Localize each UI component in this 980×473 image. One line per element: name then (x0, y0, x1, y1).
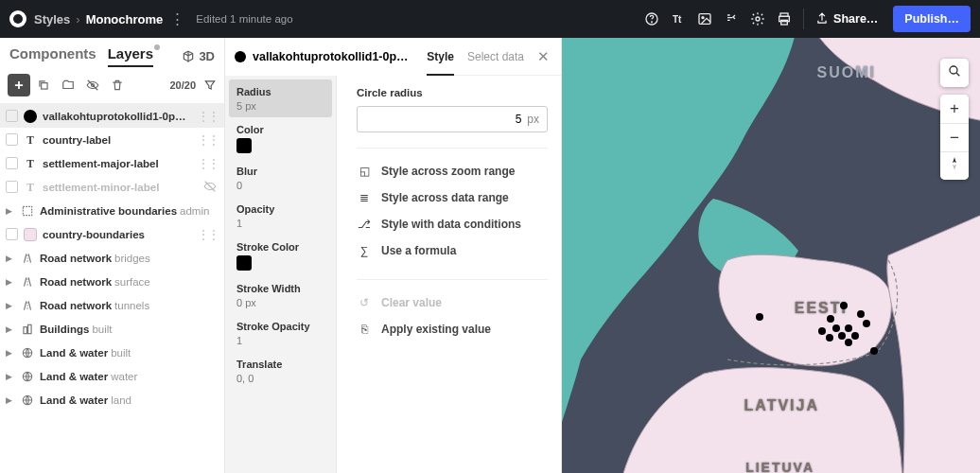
compass-button[interactable] (940, 151, 969, 180)
layer-group[interactable]: ▶ Land & waterwater (0, 364, 224, 388)
left-panel: Components Layers 3D 20/20 vallakohtupro… (0, 38, 225, 473)
layer-group[interactable]: ▶ Road networktunnels (0, 293, 224, 317)
data-point (863, 320, 870, 327)
layer-checkbox[interactable] (6, 228, 18, 240)
road-icon (21, 252, 34, 265)
layer-checkbox[interactable] (6, 110, 18, 122)
map-canvas[interactable]: SUOMI EESTI LATVIJA LIETUVA + − (562, 38, 980, 473)
layer-item[interactable]: T settlement-minor-label (0, 175, 224, 199)
caret-icon[interactable]: ▶ (6, 324, 15, 334)
layer-checkbox[interactable] (6, 157, 18, 169)
prop-translate[interactable]: Translate 0, 0 (229, 352, 332, 390)
tab-style[interactable]: Style (427, 50, 454, 76)
group-button[interactable] (57, 74, 79, 96)
search-icon[interactable] (940, 59, 969, 87)
drag-handle-icon[interactable]: ⋮⋮ (198, 157, 219, 170)
breadcrumb-current[interactable]: Monochrome (86, 12, 164, 26)
caret-icon[interactable]: ▶ (6, 372, 15, 381)
close-icon[interactable]: ✕ (537, 48, 550, 65)
tab-3d[interactable]: 3D (182, 49, 215, 63)
layer-type-icon (235, 51, 246, 62)
layer-group[interactable]: ▶ Road networksurface (0, 270, 224, 293)
tab-components[interactable]: Components (9, 45, 96, 67)
map-zoom-controls: + − (940, 95, 969, 180)
layer-group[interactable]: ▶ Land & waterbuilt (0, 341, 224, 364)
data-range-icon: ≣ (357, 191, 372, 204)
breadcrumb-root[interactable]: Styles (34, 12, 70, 26)
undo-icon: ↺ (357, 296, 372, 309)
radius-input[interactable] (365, 113, 521, 126)
layer-group[interactable]: ▶ Road networkbridges (0, 246, 224, 270)
drag-handle-icon[interactable]: ⋮⋮ (198, 228, 219, 241)
svg-point-4 (702, 17, 704, 19)
layer-group[interactable]: ▶ Land & waterland (0, 388, 224, 412)
caret-icon[interactable]: ▶ (6, 277, 15, 287)
buildings-icon (21, 323, 34, 336)
publish-button[interactable]: Publish… (893, 6, 971, 32)
layer-checkbox[interactable] (6, 133, 18, 146)
layer-name: country-label (43, 134, 192, 146)
svg-point-17 (950, 66, 957, 74)
text-layer-icon: T (24, 182, 37, 193)
layer-item[interactable]: country-boundaries ⋮⋮ (0, 222, 224, 246)
data-point (818, 327, 826, 335)
svg-rect-13 (28, 324, 31, 333)
prop-stroke-opacity[interactable]: Stroke Opacity 1 (229, 314, 332, 352)
app-logo[interactable] (9, 10, 26, 27)
caret-icon[interactable]: ▶ (6, 301, 15, 310)
left-panel-tabs: Components Layers 3D (0, 38, 224, 67)
prop-blur[interactable]: Blur 0 (229, 159, 332, 197)
prop-stroke-color[interactable]: Stroke Color (229, 235, 332, 276)
caret-icon[interactable]: ▶ (6, 395, 15, 405)
layer-item[interactable]: vallakohtuprotokollid1-0pn7bs ⋮⋮ (0, 104, 224, 128)
print-icon[interactable] (771, 6, 797, 32)
svg-point-1 (652, 22, 653, 23)
layer-group[interactable]: ▶ Administrative boundariesadmin (0, 199, 224, 222)
drag-handle-icon[interactable]: ⋮⋮ (198, 110, 219, 123)
layer-item[interactable]: T country-label ⋮⋮ (0, 128, 224, 151)
prop-radius[interactable]: Radius 5 px (229, 79, 332, 117)
layer-name: settlement-major-label (43, 158, 192, 169)
layer-name: vallakohtuprotokollid1-0pn7bs (43, 111, 192, 122)
radius-input-wrap[interactable]: px (357, 106, 548, 132)
action-apply-existing[interactable]: ⎘Apply existing value (357, 316, 548, 342)
prop-color[interactable]: Color (229, 117, 332, 159)
hidden-icon[interactable] (203, 180, 217, 195)
unit-label: px (527, 113, 539, 126)
map-search[interactable] (940, 59, 969, 87)
typography-icon[interactable]: Tt (665, 6, 691, 32)
drag-handle-icon[interactable]: ⋮⋮ (198, 133, 219, 147)
layer-item[interactable]: T settlement-major-label ⋮⋮ (0, 151, 224, 175)
layer-checkbox[interactable] (6, 181, 18, 193)
caret-icon[interactable]: ▶ (6, 254, 15, 263)
settings-icon[interactable] (744, 6, 771, 32)
action-formula[interactable]: ∑Use a formula (357, 237, 548, 264)
image-icon[interactable] (691, 6, 718, 32)
cube-icon (182, 50, 195, 63)
tab-select-data[interactable]: Select data (467, 50, 524, 63)
tab-layers[interactable]: Layers (108, 45, 153, 67)
filter-icon[interactable] (203, 79, 217, 92)
visibility-button[interactable] (81, 74, 104, 96)
action-clear[interactable]: ↺Clear value (357, 289, 548, 316)
help-icon[interactable] (639, 6, 665, 32)
history-icon[interactable] (718, 6, 744, 32)
action-data-cond[interactable]: ⎇Style with data conditions (357, 211, 548, 237)
layer-group[interactable]: ▶ Buildingsbuilt (0, 317, 224, 341)
duplicate-button[interactable] (32, 74, 55, 96)
globe-icon (21, 370, 34, 383)
action-zoom-range[interactable]: ◱Style across zoom range (357, 158, 548, 184)
style-menu-icon[interactable]: ⋮ (170, 10, 184, 27)
zoom-in-button[interactable]: + (940, 95, 969, 123)
data-point (845, 339, 852, 346)
share-button[interactable]: Share… (810, 12, 884, 26)
caret-icon[interactable]: ▶ (6, 206, 15, 216)
prop-stroke-width[interactable]: Stroke Width 0 px (229, 276, 332, 314)
action-data-range[interactable]: ≣Style across data range (357, 184, 548, 211)
caret-icon[interactable]: ▶ (6, 348, 15, 358)
add-layer-button[interactable] (8, 74, 30, 96)
prop-opacity[interactable]: Opacity 1 (229, 197, 332, 235)
text-layer-icon: T (24, 158, 37, 169)
zoom-out-button[interactable]: − (940, 123, 969, 151)
delete-button[interactable] (106, 74, 129, 96)
